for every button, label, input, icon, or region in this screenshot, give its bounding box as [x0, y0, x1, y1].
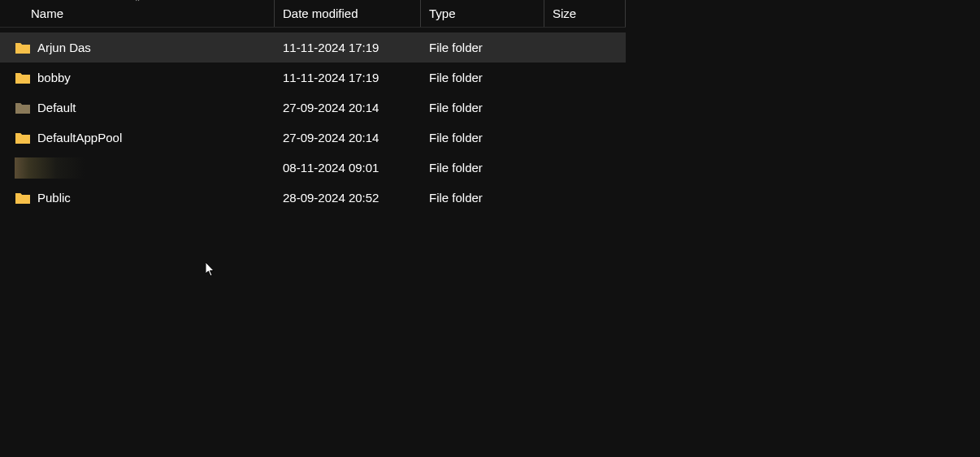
column-header-size-label: Size [553, 6, 576, 20]
column-header-type[interactable]: Type [421, 0, 544, 27]
cell-type: File folder [421, 161, 544, 175]
folder-icon [15, 41, 31, 54]
file-list: Name ⌃ Date modified Type Size Arjun Das… [0, 0, 626, 213]
column-header-row: Name ⌃ Date modified Type Size [0, 0, 626, 28]
item-name: Arjun Das [37, 41, 91, 54]
cell-type: File folder [421, 101, 544, 114]
mouse-cursor-icon [206, 262, 215, 277]
cell-date: 27-09-2024 20:14 [275, 101, 421, 114]
item-name: bobby [37, 71, 71, 84]
column-header-date[interactable]: Date modified [275, 0, 421, 27]
cell-name [15, 157, 275, 179]
cell-name: DefaultAppPool [15, 131, 275, 144]
folder-icon [15, 71, 31, 84]
folder-icon [15, 192, 31, 205]
item-name: Default [37, 101, 76, 114]
table-row[interactable]: DefaultAppPool27-09-2024 20:14File folde… [0, 123, 626, 153]
column-header-name[interactable]: Name ⌃ [0, 0, 275, 27]
cell-type: File folder [421, 191, 544, 205]
cell-name: Default [15, 101, 275, 114]
cell-date: 08-11-2024 09:01 [275, 161, 421, 175]
cell-type: File folder [421, 41, 544, 54]
column-header-type-label: Type [429, 6, 456, 20]
cell-type: File folder [421, 131, 544, 144]
table-row[interactable]: Public28-09-2024 20:52File folder [0, 183, 626, 213]
folder-icon [15, 101, 31, 114]
folder-icon [15, 131, 31, 144]
table-row[interactable]: bobby11-11-2024 17:19File folder [0, 63, 626, 93]
column-header-size[interactable]: Size [544, 0, 626, 27]
table-row[interactable]: Arjun Das11-11-2024 17:19File folder [0, 32, 626, 63]
column-header-date-label: Date modified [283, 6, 358, 20]
cell-name: Public [15, 191, 275, 205]
item-name: DefaultAppPool [37, 131, 122, 144]
sort-ascending-icon: ⌃ [134, 0, 141, 6]
cell-date: 11-11-2024 17:19 [275, 71, 421, 84]
item-name: Public [37, 191, 71, 205]
table-row[interactable]: Default27-09-2024 20:14File folder [0, 93, 626, 123]
cell-name: bobby [15, 71, 275, 84]
cell-date: 28-09-2024 20:52 [275, 191, 421, 205]
cell-date: 11-11-2024 17:19 [275, 41, 421, 54]
cell-date: 27-09-2024 20:14 [275, 131, 421, 144]
redacted-name [15, 157, 85, 179]
table-row[interactable]: 08-11-2024 09:01File folder [0, 153, 626, 183]
column-header-name-label: Name [31, 6, 63, 20]
cell-name: Arjun Das [15, 41, 275, 54]
file-items: Arjun Das11-11-2024 17:19File folderbobb… [0, 28, 626, 213]
cell-type: File folder [421, 71, 544, 84]
